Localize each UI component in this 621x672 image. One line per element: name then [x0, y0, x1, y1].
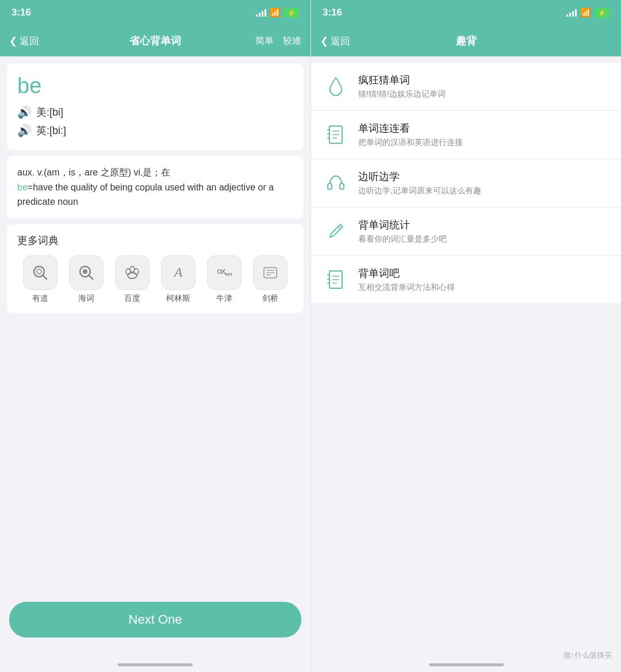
oxford-icon: OXford — [207, 255, 241, 290]
guess-subtitle: 猜!猜!猜!边娱乐边记单词 — [358, 89, 446, 100]
baidu-icon — [115, 255, 150, 290]
community-title: 背单词吧 — [358, 266, 455, 280]
menu-item-stats[interactable]: 背单词统计 看看你的词汇量是多少吧 — [311, 208, 621, 255]
community-subtitle: 互相交流背单词方法和心得 — [358, 282, 455, 293]
dict-baidu[interactable]: 百度 — [115, 255, 150, 304]
simple-button[interactable]: 简单 — [255, 35, 274, 47]
right-signal-icon — [566, 9, 577, 17]
connect-title: 单词连连看 — [358, 121, 463, 135]
stats-title: 背单词统计 — [358, 218, 447, 232]
dict-icons-row: 有道 海词 — [17, 255, 293, 304]
definition-text2: =have the quality of being copula used w… — [17, 182, 274, 207]
right-home-indicator — [429, 663, 504, 666]
svg-point-1 — [37, 269, 41, 274]
word-text: be — [17, 74, 293, 98]
right-status-bar: 3:16 📶 ⚡ — [311, 0, 621, 25]
right-status-icons: 📶 ⚡ — [566, 7, 610, 18]
right-wifi-icon: 📶 — [580, 7, 591, 18]
pencil-icon — [324, 220, 347, 243]
back-label: 返回 — [20, 35, 39, 48]
dict-haici[interactable]: 海词 — [69, 255, 103, 304]
collins-label: 柯林斯 — [166, 293, 190, 304]
cambridge-icon — [253, 255, 288, 290]
collins-icon: A — [161, 255, 195, 290]
left-time: 3:16 — [12, 7, 31, 18]
connect-subtitle: 把单词的汉语和英语进行连接 — [358, 138, 463, 148]
right-battery-icon: ⚡ — [595, 8, 610, 18]
right-nav-bar: ❮ 返回 趣背 — [311, 25, 621, 56]
svg-rect-22 — [340, 184, 344, 189]
right-back-chevron-icon: ❮ — [320, 35, 328, 47]
speaker-british-icon[interactable]: 🔊 — [17, 124, 32, 138]
connect-text-area: 单词连连看 把单词的汉语和英语进行连接 — [358, 121, 463, 148]
baidu-label: 百度 — [124, 293, 140, 304]
listen-text-area: 边听边学 边听边学,记单词原来可以这么有趣 — [358, 170, 481, 196]
drop-icon — [324, 75, 347, 98]
definition-highlight: be — [17, 182, 28, 192]
speaker-american-icon[interactable]: 🔊 — [17, 105, 32, 119]
left-back-button[interactable]: ❮ 返回 — [9, 35, 39, 48]
dict-cambridge[interactable]: 剑桥 — [253, 255, 288, 304]
svg-point-4 — [83, 269, 87, 274]
american-pronunciation-row: 🔊 美:[bi] — [17, 105, 293, 119]
stats-text-area: 背单词统计 看看你的词汇量是多少吧 — [358, 218, 447, 245]
connect-icon-area — [321, 120, 350, 149]
british-pronunciation-row: 🔊 英:[bi:] — [17, 124, 293, 138]
right-back-button[interactable]: ❮ 返回 — [320, 35, 350, 48]
svg-line-2 — [43, 275, 47, 279]
oxford-label: 牛津 — [216, 293, 232, 304]
more-dicts-title: 更多词典 — [17, 234, 293, 247]
menu-item-guess[interactable]: 疯狂猜单词 猜!猜!猜!边娱乐边记单词 — [311, 62, 621, 110]
definition-text1: aux. v.(am，is，are 之原型) vi.是；在 — [17, 167, 170, 177]
left-nav-bar: ❮ 返回 省心背单词 简单 较难 — [0, 25, 310, 56]
haici-icon — [69, 255, 103, 290]
cambridge-label: 剑桥 — [262, 293, 278, 304]
left-nav-title: 省心背单词 — [129, 34, 181, 48]
dict-collins[interactable]: A 柯林斯 — [161, 255, 195, 304]
left-panel: 3:16 📶 ⚡ ❮ 返回 省心背单词 简单 较难 be 🔊 美:[bi] — [0, 0, 310, 672]
dict-oxford[interactable]: OXford 牛津 — [207, 255, 241, 304]
left-status-icons: 📶 ⚡ — [256, 7, 299, 18]
guess-icon-area — [321, 72, 350, 101]
listen-title: 边听边学 — [358, 170, 481, 184]
menu-item-connect[interactable]: 单词连连看 把单词的汉语和英语进行连接 — [311, 111, 621, 159]
menu-item-listen[interactable]: 边听边学 边听边学,记单词原来可以这么有趣 — [311, 159, 621, 207]
headphone-icon — [324, 171, 347, 194]
watermark: 值↑什么值得买 — [564, 650, 612, 660]
menu-item-community[interactable]: 背单词吧 互相交流背单词方法和心得 — [311, 256, 621, 304]
listen-subtitle: 边听边学,记单词原来可以这么有趣 — [358, 186, 481, 196]
notebook2-icon — [324, 268, 347, 291]
american-pronunciation: 美:[bi] — [36, 105, 63, 119]
svg-point-9 — [130, 266, 135, 272]
next-one-button[interactable]: Next One — [9, 602, 301, 637]
right-panel: 3:16 📶 ⚡ ❮ 返回 趣背 — [310, 0, 621, 672]
youdao-label: 有道 — [32, 293, 48, 304]
right-back-label: 返回 — [331, 35, 350, 48]
right-nav-title: 趣背 — [456, 34, 477, 48]
dict-youdao[interactable]: 有道 — [23, 255, 57, 304]
word-card: be 🔊 美:[bi] 🔊 英:[bi:] — [7, 63, 304, 150]
british-pronunciation: 英:[bi:] — [36, 124, 66, 138]
community-icon-area — [321, 265, 350, 294]
left-nav-actions: 简单 较难 — [255, 35, 301, 47]
hard-button[interactable]: 较难 — [283, 35, 301, 47]
stats-icon-area — [321, 217, 350, 246]
svg-rect-21 — [328, 184, 332, 189]
listen-icon-area — [321, 169, 350, 197]
guess-title: 疯狂猜单词 — [358, 73, 446, 87]
definition-card: aux. v.(am，is，are 之原型) vi.是；在 be=have th… — [7, 156, 304, 219]
right-time: 3:16 — [323, 7, 342, 18]
haici-label: 海词 — [78, 293, 94, 304]
signal-icon — [256, 9, 266, 17]
youdao-icon — [23, 255, 57, 290]
community-text-area: 背单词吧 互相交流背单词方法和心得 — [358, 266, 455, 293]
svg-line-23 — [338, 227, 340, 229]
left-home-indicator — [118, 663, 193, 666]
wifi-icon: 📶 — [270, 7, 281, 18]
svg-line-5 — [89, 275, 93, 279]
battery-icon: ⚡ — [284, 8, 299, 18]
back-chevron-icon: ❮ — [9, 35, 17, 47]
notebook-icon — [324, 123, 347, 146]
more-dicts-card: 更多词典 有道 — [7, 224, 304, 313]
svg-point-6 — [128, 273, 137, 278]
